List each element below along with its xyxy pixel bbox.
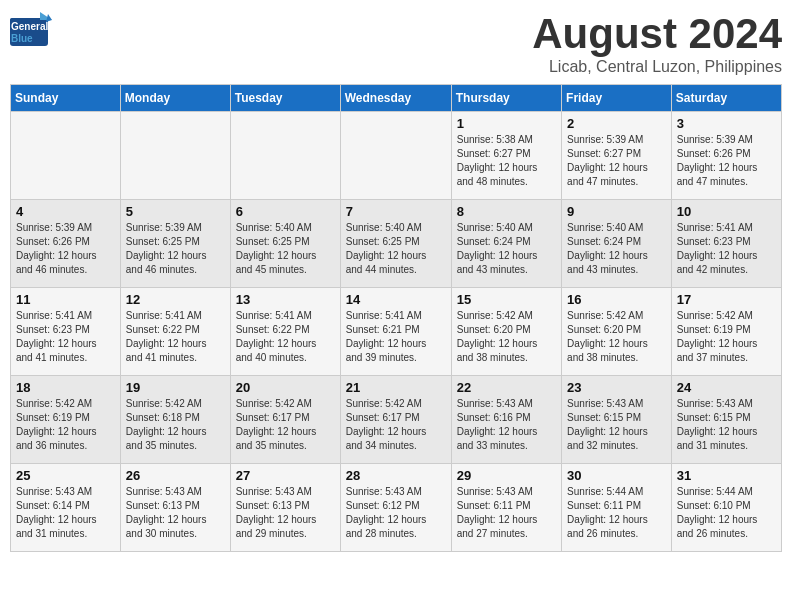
day-info: Sunrise: 5:41 AM Sunset: 6:21 PM Dayligh… xyxy=(346,309,446,365)
calendar-cell: 3Sunrise: 5:39 AM Sunset: 6:26 PM Daylig… xyxy=(671,112,781,200)
calendar-cell: 1Sunrise: 5:38 AM Sunset: 6:27 PM Daylig… xyxy=(451,112,561,200)
calendar-cell xyxy=(120,112,230,200)
calendar-cell xyxy=(11,112,121,200)
day-info: Sunrise: 5:42 AM Sunset: 6:18 PM Dayligh… xyxy=(126,397,225,453)
calendar-cell: 5Sunrise: 5:39 AM Sunset: 6:25 PM Daylig… xyxy=(120,200,230,288)
day-number: 7 xyxy=(346,204,446,219)
day-number: 18 xyxy=(16,380,115,395)
weekday-header-sunday: Sunday xyxy=(11,85,121,112)
day-number: 21 xyxy=(346,380,446,395)
day-number: 28 xyxy=(346,468,446,483)
calendar-cell: 18Sunrise: 5:42 AM Sunset: 6:19 PM Dayli… xyxy=(11,376,121,464)
day-info: Sunrise: 5:42 AM Sunset: 6:19 PM Dayligh… xyxy=(16,397,115,453)
day-number: 16 xyxy=(567,292,666,307)
day-info: Sunrise: 5:40 AM Sunset: 6:24 PM Dayligh… xyxy=(457,221,556,277)
day-info: Sunrise: 5:42 AM Sunset: 6:20 PM Dayligh… xyxy=(567,309,666,365)
calendar-cell: 4Sunrise: 5:39 AM Sunset: 6:26 PM Daylig… xyxy=(11,200,121,288)
day-number: 20 xyxy=(236,380,335,395)
calendar-cell xyxy=(230,112,340,200)
calendar-cell: 7Sunrise: 5:40 AM Sunset: 6:25 PM Daylig… xyxy=(340,200,451,288)
day-info: Sunrise: 5:38 AM Sunset: 6:27 PM Dayligh… xyxy=(457,133,556,189)
day-info: Sunrise: 5:43 AM Sunset: 6:12 PM Dayligh… xyxy=(346,485,446,541)
calendar-cell: 14Sunrise: 5:41 AM Sunset: 6:21 PM Dayli… xyxy=(340,288,451,376)
day-info: Sunrise: 5:39 AM Sunset: 6:26 PM Dayligh… xyxy=(16,221,115,277)
calendar-cell: 31Sunrise: 5:44 AM Sunset: 6:10 PM Dayli… xyxy=(671,464,781,552)
day-info: Sunrise: 5:43 AM Sunset: 6:13 PM Dayligh… xyxy=(126,485,225,541)
day-info: Sunrise: 5:40 AM Sunset: 6:24 PM Dayligh… xyxy=(567,221,666,277)
day-info: Sunrise: 5:42 AM Sunset: 6:20 PM Dayligh… xyxy=(457,309,556,365)
day-number: 8 xyxy=(457,204,556,219)
calendar-cell: 29Sunrise: 5:43 AM Sunset: 6:11 PM Dayli… xyxy=(451,464,561,552)
location-text: Licab, Central Luzon, Philippines xyxy=(532,58,782,76)
day-number: 10 xyxy=(677,204,776,219)
day-info: Sunrise: 5:43 AM Sunset: 6:16 PM Dayligh… xyxy=(457,397,556,453)
calendar-cell: 9Sunrise: 5:40 AM Sunset: 6:24 PM Daylig… xyxy=(562,200,672,288)
calendar-cell: 21Sunrise: 5:42 AM Sunset: 6:17 PM Dayli… xyxy=(340,376,451,464)
logo: General Blue xyxy=(10,10,52,48)
day-info: Sunrise: 5:44 AM Sunset: 6:10 PM Dayligh… xyxy=(677,485,776,541)
day-info: Sunrise: 5:39 AM Sunset: 6:25 PM Dayligh… xyxy=(126,221,225,277)
day-number: 25 xyxy=(16,468,115,483)
weekday-header-saturday: Saturday xyxy=(671,85,781,112)
day-number: 14 xyxy=(346,292,446,307)
logo-icon: General Blue xyxy=(10,10,52,48)
calendar-cell: 30Sunrise: 5:44 AM Sunset: 6:11 PM Dayli… xyxy=(562,464,672,552)
weekday-header-tuesday: Tuesday xyxy=(230,85,340,112)
calendar-cell: 2Sunrise: 5:39 AM Sunset: 6:27 PM Daylig… xyxy=(562,112,672,200)
day-number: 22 xyxy=(457,380,556,395)
month-year-title: August 2024 xyxy=(532,10,782,58)
day-info: Sunrise: 5:40 AM Sunset: 6:25 PM Dayligh… xyxy=(346,221,446,277)
calendar-cell: 25Sunrise: 5:43 AM Sunset: 6:14 PM Dayli… xyxy=(11,464,121,552)
calendar-cell: 27Sunrise: 5:43 AM Sunset: 6:13 PM Dayli… xyxy=(230,464,340,552)
calendar-cell: 20Sunrise: 5:42 AM Sunset: 6:17 PM Dayli… xyxy=(230,376,340,464)
calendar-cell: 23Sunrise: 5:43 AM Sunset: 6:15 PM Dayli… xyxy=(562,376,672,464)
calendar-cell: 22Sunrise: 5:43 AM Sunset: 6:16 PM Dayli… xyxy=(451,376,561,464)
calendar-cell: 13Sunrise: 5:41 AM Sunset: 6:22 PM Dayli… xyxy=(230,288,340,376)
day-info: Sunrise: 5:42 AM Sunset: 6:17 PM Dayligh… xyxy=(236,397,335,453)
calendar-table: SundayMondayTuesdayWednesdayThursdayFrid… xyxy=(10,84,782,552)
calendar-cell: 17Sunrise: 5:42 AM Sunset: 6:19 PM Dayli… xyxy=(671,288,781,376)
day-info: Sunrise: 5:39 AM Sunset: 6:27 PM Dayligh… xyxy=(567,133,666,189)
calendar-cell: 8Sunrise: 5:40 AM Sunset: 6:24 PM Daylig… xyxy=(451,200,561,288)
calendar-cell: 16Sunrise: 5:42 AM Sunset: 6:20 PM Dayli… xyxy=(562,288,672,376)
day-number: 23 xyxy=(567,380,666,395)
day-info: Sunrise: 5:43 AM Sunset: 6:14 PM Dayligh… xyxy=(16,485,115,541)
day-info: Sunrise: 5:44 AM Sunset: 6:11 PM Dayligh… xyxy=(567,485,666,541)
day-info: Sunrise: 5:39 AM Sunset: 6:26 PM Dayligh… xyxy=(677,133,776,189)
svg-text:Blue: Blue xyxy=(11,33,33,44)
day-number: 30 xyxy=(567,468,666,483)
calendar-cell: 11Sunrise: 5:41 AM Sunset: 6:23 PM Dayli… xyxy=(11,288,121,376)
calendar-cell: 10Sunrise: 5:41 AM Sunset: 6:23 PM Dayli… xyxy=(671,200,781,288)
calendar-cell: 28Sunrise: 5:43 AM Sunset: 6:12 PM Dayli… xyxy=(340,464,451,552)
weekday-header-monday: Monday xyxy=(120,85,230,112)
day-info: Sunrise: 5:41 AM Sunset: 6:23 PM Dayligh… xyxy=(677,221,776,277)
day-number: 4 xyxy=(16,204,115,219)
calendar-cell: 24Sunrise: 5:43 AM Sunset: 6:15 PM Dayli… xyxy=(671,376,781,464)
day-number: 27 xyxy=(236,468,335,483)
weekday-header-friday: Friday xyxy=(562,85,672,112)
calendar-cell: 26Sunrise: 5:43 AM Sunset: 6:13 PM Dayli… xyxy=(120,464,230,552)
day-number: 5 xyxy=(126,204,225,219)
day-number: 26 xyxy=(126,468,225,483)
day-number: 31 xyxy=(677,468,776,483)
calendar-cell: 6Sunrise: 5:40 AM Sunset: 6:25 PM Daylig… xyxy=(230,200,340,288)
day-number: 12 xyxy=(126,292,225,307)
calendar-cell: 15Sunrise: 5:42 AM Sunset: 6:20 PM Dayli… xyxy=(451,288,561,376)
day-number: 2 xyxy=(567,116,666,131)
day-info: Sunrise: 5:41 AM Sunset: 6:22 PM Dayligh… xyxy=(236,309,335,365)
day-number: 13 xyxy=(236,292,335,307)
day-info: Sunrise: 5:42 AM Sunset: 6:19 PM Dayligh… xyxy=(677,309,776,365)
day-number: 19 xyxy=(126,380,225,395)
weekday-header-thursday: Thursday xyxy=(451,85,561,112)
day-info: Sunrise: 5:42 AM Sunset: 6:17 PM Dayligh… xyxy=(346,397,446,453)
weekday-header-wednesday: Wednesday xyxy=(340,85,451,112)
title-section: August 2024 Licab, Central Luzon, Philip… xyxy=(532,10,782,76)
day-info: Sunrise: 5:43 AM Sunset: 6:13 PM Dayligh… xyxy=(236,485,335,541)
day-number: 15 xyxy=(457,292,556,307)
day-info: Sunrise: 5:43 AM Sunset: 6:15 PM Dayligh… xyxy=(567,397,666,453)
day-number: 6 xyxy=(236,204,335,219)
calendar-cell: 12Sunrise: 5:41 AM Sunset: 6:22 PM Dayli… xyxy=(120,288,230,376)
day-number: 3 xyxy=(677,116,776,131)
calendar-cell: 19Sunrise: 5:42 AM Sunset: 6:18 PM Dayli… xyxy=(120,376,230,464)
day-number: 24 xyxy=(677,380,776,395)
